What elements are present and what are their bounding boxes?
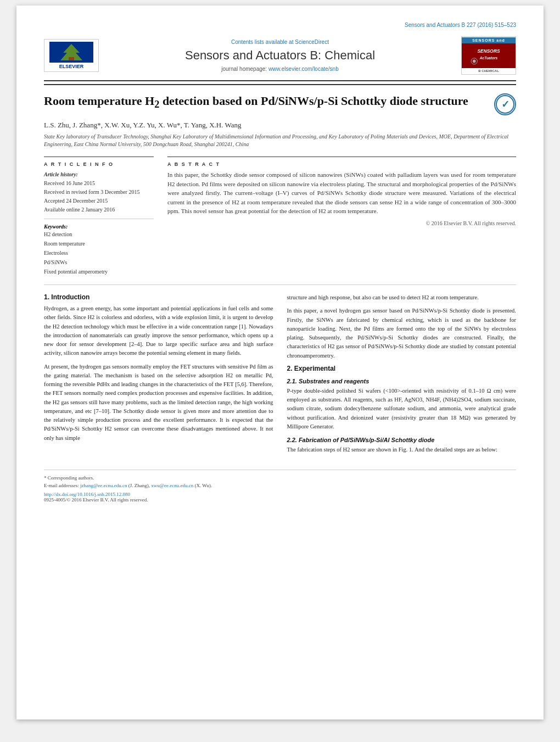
footer-copyright: 0925-4005/© 2016 Elsevier B.V. All right…: [44, 497, 516, 503]
body-left-column: 1. Introduction Hydrogen, as a green ene…: [44, 293, 273, 459]
fabrication-heading: 2.2. Fabrication of Pd/SiNWs/p-Si/Al Sch…: [287, 437, 517, 443]
abstract-copyright: © 2016 Elsevier B.V. All rights reserved…: [167, 220, 516, 226]
email-line: E-mail addresses: jzhang@ee.ecnu.edu.cn …: [44, 482, 516, 490]
homepage-url[interactable]: www.elsevier.com/locate/snb: [268, 66, 339, 72]
elsevier-logo-image: [49, 42, 93, 63]
corresponding-authors-label: * Corresponding authors.: [44, 475, 516, 482]
journal-center: Contents lists available at ScienceDirec…: [99, 39, 461, 72]
sensors-logo-top: SENSORS and: [462, 37, 516, 43]
email1[interactable]: jzhang@ee.ecnu.edu.cn: [80, 483, 127, 488]
journal-homepage: journal homepage: www.elsevier.com/locat…: [99, 66, 461, 72]
substrates-text: P-type double-sided polished Si wafers (…: [287, 387, 517, 431]
section-divider-1: [44, 284, 516, 285]
intro-para1: Hydrogen, as a green energy, has some im…: [44, 304, 273, 358]
keyword-4: Pd/SiNWs: [44, 258, 154, 267]
body-content: 1. Introduction Hydrogen, as a green ene…: [44, 293, 516, 459]
substrates-heading: 2.1. Substrates and reagents: [287, 378, 517, 384]
svg-text:✓: ✓: [501, 99, 509, 110]
elsevier-logo: ELSEVIER: [44, 39, 99, 72]
svg-text:SENSORS: SENSORS: [477, 48, 500, 54]
sciencedirect-link: Contents lists available at ScienceDirec…: [99, 39, 461, 45]
abstract-text: In this paper, the Schottky diode sensor…: [167, 170, 516, 216]
sciencedirect-text[interactable]: ScienceDirect: [295, 39, 329, 45]
accepted-date: Accepted 24 December 2015: [44, 197, 154, 205]
history-label: Article history:: [44, 170, 154, 179]
keywords-label: Keywords:: [44, 224, 154, 230]
abstract-column: A B S T R A C T In this paper, the Schot…: [167, 157, 516, 276]
citation-text: Sensors and Actuators B 227 (2016) 515–5…: [405, 22, 516, 28]
authors: L.S. Zhu, J. Zhang*, X.W. Xu, Y.Z. Yu, X…: [44, 121, 516, 130]
abstract-label: A B S T R A C T: [167, 161, 516, 167]
article-history: Article history: Received 16 June 2015 R…: [44, 170, 154, 214]
journal-citation: Sensors and Actuators B 227 (2016) 515–5…: [44, 22, 516, 28]
crossmark-logo: ✓: [494, 93, 516, 115]
fabrication-text: The fabrication steps of H2 sensor are s…: [287, 445, 517, 454]
footnote: * Corresponding authors. E-mail addresse…: [44, 475, 516, 489]
intro-heading: 1. Introduction: [44, 293, 273, 301]
email2[interactable]: xwu@ee.ecnu.edu.cn: [151, 483, 193, 488]
page: Sensors and Actuators B 227 (2016) 515–5…: [16, 5, 544, 719]
affiliation: State Key laboratory of Transducer Techn…: [44, 133, 516, 148]
keywords-list: H2 detection Room temperature Electroles…: [44, 230, 154, 276]
email2-person: (X. Wu).: [195, 483, 212, 488]
sensors-logo-image: SENSORS AcTuators: [462, 43, 516, 68]
elsevier-text: ELSEVIER: [59, 64, 84, 69]
article-info-column: A R T I C L E I N F O Article history: R…: [44, 157, 154, 276]
svg-point-7: [473, 59, 476, 63]
svg-rect-2: [69, 57, 74, 60]
revised-date: Received in revised form 3 December 2015: [44, 188, 154, 197]
article-meta-section: A R T I C L E I N F O Article history: R…: [44, 157, 516, 276]
keyword-3: Electroless: [44, 248, 154, 258]
article-title: Room temperature H2 detection based on P…: [44, 93, 494, 111]
intro-right-para2: In this paper, a novel hydrogen gas sens…: [287, 306, 517, 360]
sensors-logo-bottom: B CHEMICAL: [477, 68, 500, 74]
email1-person: (J. Zhang),: [128, 483, 150, 488]
journal-header: ELSEVIER Contents lists available at Sci…: [44, 36, 516, 81]
article-title-section: Room temperature H2 detection based on P…: [44, 84, 516, 115]
article-info-label: A R T I C L E I N F O: [44, 161, 154, 167]
footer-section: * Corresponding authors. E-mail addresse…: [44, 470, 516, 503]
body-right-column: structure and high response, but also ca…: [287, 293, 517, 459]
divider: [44, 219, 154, 219]
available-date: Available online 2 January 2016: [44, 205, 154, 214]
keyword-2: Room temperature: [44, 239, 154, 248]
keyword-5: Fixed potential amperometry: [44, 267, 154, 276]
journal-title: Sensors and Actuators B: Chemical: [99, 48, 461, 63]
svg-text:AcTuators: AcTuators: [479, 55, 498, 59]
received-date: Received 16 June 2015: [44, 179, 154, 188]
sensors-actuators-logo: SENSORS and SENSORS AcTuators B CHEMICAL: [461, 36, 516, 75]
keyword-1: H2 detection: [44, 230, 154, 239]
email-label: E-mail addresses:: [44, 483, 79, 488]
doi-link[interactable]: http://dx.doi.org/10.1016/j.snb.2015.12.…: [44, 492, 516, 497]
experimental-heading: 2. Experimental: [287, 365, 517, 372]
intro-right-para1: structure and high response, but also ca…: [287, 293, 517, 302]
intro-para2: At present, the hydrogen gas sensors nor…: [44, 362, 273, 443]
